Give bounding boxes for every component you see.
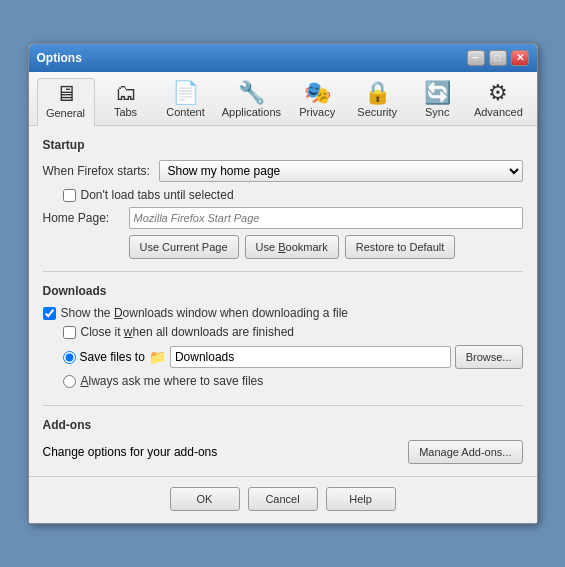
home-page-buttons: Use Current Page Use Bookmark Restore to… (129, 235, 523, 259)
window-title: Options (37, 51, 467, 65)
title-bar: Options − □ ✕ (29, 44, 537, 72)
downloads-title: Downloads (43, 284, 523, 298)
applications-icon: 🔧 (238, 82, 265, 104)
close-done-row: Close it when all downloads are finished (63, 325, 523, 339)
home-page-input[interactable] (129, 207, 523, 229)
home-page-label: Home Page: (43, 211, 123, 225)
close-done-label: Close it when all downloads are finished (81, 325, 294, 339)
always-ask-label: Always ask me where to save files (81, 374, 264, 388)
content-icon: 📄 (172, 82, 199, 104)
bottom-bar: OK Cancel Help (29, 476, 537, 523)
tab-general[interactable]: 🖥 General (37, 78, 95, 126)
save-files-label: Save files to (80, 350, 145, 364)
title-bar-controls: − □ ✕ (467, 50, 529, 66)
options-window: Options − □ ✕ 🖥 General 🗂 Tabs 📄 Content… (28, 43, 538, 524)
sync-icon: 🔄 (424, 82, 451, 104)
tab-privacy[interactable]: 🎭 Privacy (288, 78, 346, 125)
save-files-radio[interactable] (63, 351, 76, 364)
save-files-section: Save files to 📁 Browse... Always ask me … (43, 345, 523, 388)
tab-general-label: General (46, 107, 85, 119)
tab-tabs[interactable]: 🗂 Tabs (97, 78, 155, 125)
tab-privacy-label: Privacy (299, 106, 335, 118)
tab-sync-label: Sync (425, 106, 449, 118)
tabs-icon: 🗂 (115, 82, 137, 104)
tab-applications[interactable]: 🔧 Applications (217, 78, 287, 125)
startup-title: Startup (43, 138, 523, 152)
general-icon: 🖥 (55, 83, 77, 105)
when-firefox-row: When Firefox starts: Show my home page S… (43, 160, 523, 182)
show-window-row: Show the Downloads window when downloadi… (43, 306, 523, 320)
use-bookmark-button[interactable]: Use Bookmark (245, 235, 339, 259)
folder-icon: 📁 (149, 349, 166, 365)
save-files-row: Save files to 📁 Browse... (63, 345, 523, 369)
ok-button[interactable]: OK (170, 487, 240, 511)
tab-content-label: Content (166, 106, 205, 118)
dont-load-row: Don't load tabs until selected (63, 188, 523, 202)
always-ask-row: Always ask me where to save files (63, 374, 523, 388)
home-page-row: Home Page: (43, 207, 523, 229)
use-current-button[interactable]: Use Current Page (129, 235, 239, 259)
always-ask-radio[interactable] (63, 375, 76, 388)
security-icon: 🔒 (364, 82, 391, 104)
tab-tabs-label: Tabs (114, 106, 137, 118)
save-path-input[interactable] (170, 346, 451, 368)
tab-content[interactable]: 📄 Content (157, 78, 215, 125)
maximize-button[interactable]: □ (489, 50, 507, 66)
addons-title: Add-ons (43, 418, 523, 432)
advanced-icon: ⚙ (488, 82, 508, 104)
close-done-checkbox[interactable] (63, 326, 76, 339)
show-window-label: Show the Downloads window when downloadi… (61, 306, 349, 320)
when-firefox-select[interactable]: Show my home page Show a blank page Show… (159, 160, 523, 182)
close-button[interactable]: ✕ (511, 50, 529, 66)
dont-load-checkbox[interactable] (63, 189, 76, 202)
tab-security-label: Security (357, 106, 397, 118)
privacy-icon: 🎭 (304, 82, 331, 104)
downloads-section: Downloads Show the Downloads window when… (43, 284, 523, 406)
tab-security[interactable]: 🔒 Security (348, 78, 406, 125)
toolbar: 🖥 General 🗂 Tabs 📄 Content 🔧 Application… (29, 72, 537, 126)
browse-button[interactable]: Browse... (455, 345, 523, 369)
tab-applications-label: Applications (222, 106, 281, 118)
show-window-checkbox[interactable] (43, 307, 56, 320)
addons-section: Add-ons Change options for your add-ons … (43, 418, 523, 464)
tab-sync[interactable]: 🔄 Sync (408, 78, 466, 125)
restore-default-button[interactable]: Restore to Default (345, 235, 456, 259)
help-button[interactable]: Help (326, 487, 396, 511)
dont-load-label: Don't load tabs until selected (81, 188, 234, 202)
startup-section: Startup When Firefox starts: Show my hom… (43, 138, 523, 272)
cancel-button[interactable]: Cancel (248, 487, 318, 511)
manage-addons-button[interactable]: Manage Add-ons... (408, 440, 522, 464)
when-label: When Firefox starts: (43, 164, 153, 178)
minimize-button[interactable]: − (467, 50, 485, 66)
tab-advanced-label: Advanced (474, 106, 523, 118)
addons-row: Change options for your add-ons Manage A… (43, 440, 523, 464)
addons-description: Change options for your add-ons (43, 445, 218, 459)
tab-advanced[interactable]: ⚙ Advanced (468, 78, 528, 125)
main-content: Startup When Firefox starts: Show my hom… (29, 126, 537, 476)
